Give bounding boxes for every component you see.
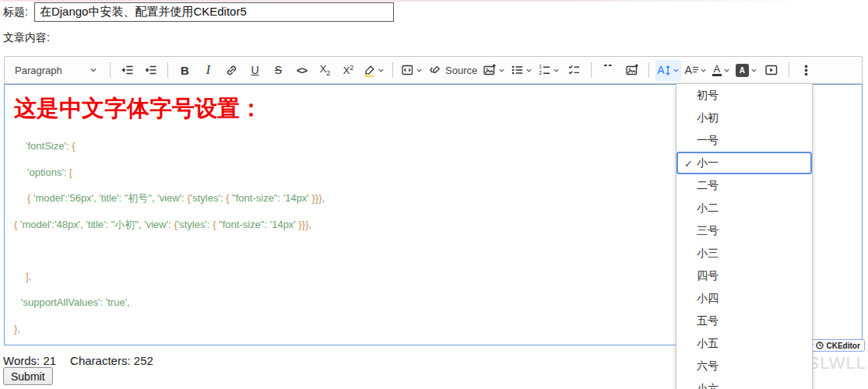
chevron-down-icon (673, 67, 680, 74)
paragraph-dropdown-label: Paragraph (15, 65, 62, 76)
outdent-button[interactable] (117, 60, 138, 81)
font-size-option[interactable]: 一号 (676, 129, 812, 152)
image-upload-icon (483, 64, 497, 76)
inline-code-icon: <> (297, 65, 307, 76)
highlight-button[interactable] (361, 60, 386, 81)
submit-button[interactable]: Submit (3, 367, 53, 385)
font-size-option[interactable]: 小四 (676, 287, 812, 310)
block-quote-button[interactable]: “ (598, 60, 619, 81)
font-size-option[interactable]: 小二 (676, 197, 812, 219)
font-size-option-label: 三号 (697, 224, 719, 238)
indent-button[interactable] (140, 60, 161, 81)
editor-toolbar: Paragraph B I U S <> X2 X2 (4, 56, 863, 84)
todo-list-icon (568, 64, 581, 76)
block-quote-icon: “ (603, 65, 614, 75)
chevron-down-icon (750, 67, 757, 74)
font-size-option[interactable]: 四号 (676, 265, 812, 287)
font-size-option-label: 小六 (697, 382, 719, 389)
bulleted-list-icon (511, 64, 524, 76)
toolbar-separator (591, 62, 592, 78)
title-label: 标题: (3, 5, 28, 19)
source-editing-icon (428, 64, 441, 76)
chevron-down-icon (378, 67, 385, 74)
font-size-option[interactable]: ✓ 小一 (676, 152, 812, 174)
title-row: 标题: (3, 2, 394, 22)
font-color-icon: A (712, 65, 722, 76)
insert-image-button[interactable] (481, 60, 507, 81)
code-block-button[interactable] (399, 60, 424, 81)
media-embed-button[interactable] (761, 60, 782, 81)
font-size-option-label: 一号 (697, 134, 719, 148)
font-size-option-label: 五号 (697, 314, 719, 328)
italic-button[interactable]: I (198, 60, 219, 81)
chevron-down-icon (498, 67, 505, 74)
superscript-button[interactable]: X2 (338, 60, 359, 81)
show-more-button[interactable]: ⋮ (796, 60, 817, 81)
font-background-color-button[interactable]: A (734, 60, 759, 81)
font-size-option-label: 小五 (697, 337, 719, 351)
link-button[interactable] (221, 60, 242, 81)
toolbar-separator (110, 62, 111, 78)
strikethrough-button[interactable]: S (268, 60, 289, 81)
svg-text:2: 2 (539, 70, 542, 75)
font-size-option[interactable]: 小六 (676, 377, 812, 389)
bold-icon: B (181, 64, 189, 77)
font-size-button[interactable]: A (655, 60, 680, 81)
chevron-down-icon (525, 67, 532, 74)
toolbar-separator (392, 62, 393, 78)
font-family-button[interactable]: A (684, 60, 708, 81)
font-size-option-label: 四号 (697, 269, 719, 283)
font-size-option[interactable]: 小五 (676, 332, 812, 355)
content-label: 文章内容: (3, 31, 50, 45)
underline-button[interactable]: U (244, 60, 265, 81)
italic-icon: I (206, 63, 210, 77)
chevron-down-icon (553, 67, 560, 74)
numbered-list-button[interactable]: 12 (536, 60, 561, 81)
ckeditor-logo-icon (816, 342, 824, 349)
subscript-button[interactable]: X2 (315, 60, 336, 81)
check-icon: ✓ (684, 158, 693, 170)
font-size-option[interactable]: 初号 (676, 84, 812, 107)
source-button[interactable]: Source (427, 60, 479, 81)
font-size-option[interactable]: 五号 (676, 310, 812, 332)
superscript-icon: X2 (343, 64, 354, 76)
subscript-icon: X2 (320, 63, 331, 77)
underline-icon: U (251, 64, 258, 76)
source-button-label: Source (445, 65, 477, 76)
font-size-option[interactable]: 二号 (676, 174, 812, 197)
numbered-list-icon: 12 (538, 64, 551, 76)
font-size-option[interactable]: 六号 (676, 355, 812, 377)
code-block-icon (401, 64, 414, 76)
font-size-option-label: 小二 (697, 202, 719, 216)
paragraph-dropdown[interactable]: Paragraph (9, 60, 104, 81)
chevron-down-icon (723, 67, 730, 74)
chevron-down-icon (700, 67, 707, 74)
indent-icon (144, 64, 157, 76)
font-size-option-label: 二号 (697, 179, 719, 193)
font-size-option[interactable]: 小初 (676, 107, 812, 129)
bulleted-list-button[interactable] (509, 60, 534, 81)
font-color-button[interactable]: A (711, 60, 732, 81)
ckeditor-brand-label: CKEditor (826, 342, 859, 350)
bold-button[interactable]: B (174, 60, 195, 81)
toolbar-separator (167, 62, 168, 78)
image-upload-button[interactable] (621, 60, 642, 81)
font-size-dropdown-panel: 初号 小初 一号 ✓ 小一 二号 小二 三号 (676, 83, 813, 389)
outdent-icon (121, 64, 134, 76)
title-input[interactable] (34, 2, 394, 22)
code-button[interactable]: <> (291, 60, 312, 81)
todo-list-button[interactable] (564, 60, 585, 81)
media-embed-icon (764, 64, 778, 76)
characters-count: Characters: 252 (70, 354, 153, 367)
font-family-icon: A (685, 64, 698, 76)
toolbar-separator (789, 62, 789, 78)
chevron-down-icon (416, 67, 423, 74)
image-upload-icon (625, 64, 639, 76)
font-size-option[interactable]: 三号 (676, 219, 812, 242)
toolbar-separator (648, 62, 649, 78)
chevron-down-icon (90, 66, 97, 74)
font-size-option[interactable]: 小三 (676, 242, 812, 265)
font-size-option-label: 六号 (697, 359, 719, 373)
font-background-color-icon: A (736, 64, 749, 77)
highlight-icon (363, 64, 376, 77)
